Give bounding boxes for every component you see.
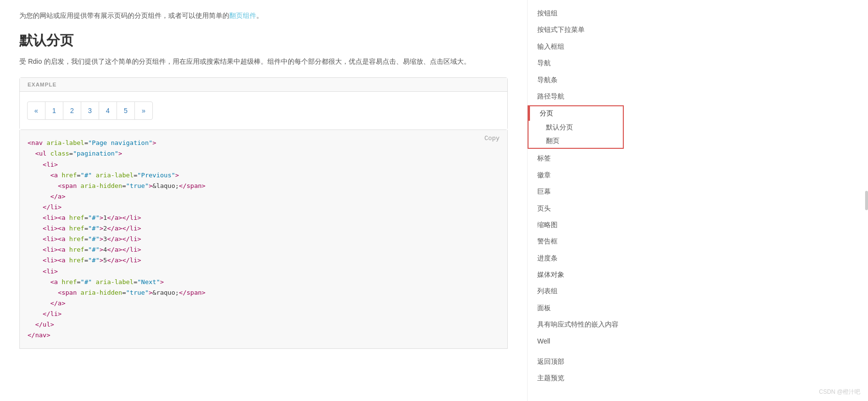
sidebar-item-theme-preview[interactable]: 主题预览 — [528, 370, 629, 386]
code-line-17: </li> — [28, 309, 500, 319]
copy-button[interactable]: Copy — [485, 135, 500, 142]
code-line-7: </li> — [28, 202, 500, 213]
sidebar-group-pagination: 分页 默认分页 翻页 — [528, 105, 624, 149]
sidebar-sub-item-default-pagination[interactable]: 默认分页 — [529, 121, 623, 134]
code-line-3: <li> — [28, 159, 500, 170]
sidebar-item-badges[interactable]: 徽章 — [528, 167, 629, 183]
pagination-page-3-link[interactable]: 3 — [81, 101, 99, 120]
sidebar-item-button-group[interactable]: 按钮组 — [528, 5, 629, 21]
sidebar-sub-item-pager[interactable]: 翻页 — [529, 134, 623, 148]
section-description: 受 Rdio 的启发，我们提供了这个简单的分页组件，用在应用或搜索结果中超级棒。… — [19, 56, 508, 68]
section-title: 默认分页 — [19, 31, 508, 50]
sidebar-item-well[interactable]: Well — [528, 333, 629, 349]
sidebar-divider — [528, 349, 629, 353]
pagination-page-1-link[interactable]: 1 — [45, 101, 63, 120]
sidebar-item-responsive-embed[interactable]: 具有响应式特性的嵌入内容 — [528, 316, 629, 332]
code-content: <nav aria-label="Page navigation"> <ul c… — [28, 138, 500, 341]
pagination-next[interactable]: » — [135, 101, 153, 120]
code-line-13: <li> — [28, 266, 500, 277]
pagination-prev-link[interactable]: « — [27, 101, 45, 120]
pagination-next-link[interactable]: » — [134, 101, 153, 120]
code-line-2: <ul class="pagination"> — [28, 148, 500, 159]
example-demo: « 1 2 3 4 5 » — [20, 92, 507, 129]
pagination-page-1[interactable]: 1 — [45, 101, 63, 120]
code-line-15: <span aria-hidden="true">&raquo;</span> — [28, 287, 500, 298]
scrollbar[interactable] — [865, 191, 868, 210]
sidebar-item-page-header[interactable]: 页头 — [528, 200, 629, 216]
sidebar-item-navbar[interactable]: 导航条 — [528, 72, 629, 88]
sidebar-item-nav[interactable]: 导航 — [528, 55, 629, 71]
code-line-4: <a href="#" aria-label="Previous"> — [28, 170, 500, 181]
code-line-12: <li><a href="#">5</a></li> — [28, 255, 500, 266]
code-line-5: <span aria-hidden="true">&laquo;</span> — [28, 181, 500, 191]
sidebar-item-breadcrumb[interactable]: 路径导航 — [528, 88, 629, 104]
pagination-prev[interactable]: « — [28, 101, 45, 120]
pagination-page-2[interactable]: 2 — [63, 101, 81, 120]
sidebar-item-back-to-top[interactable]: 返回顶部 — [528, 353, 629, 370]
sidebar-item-jumbotron[interactable]: 巨幕 — [528, 183, 629, 200]
code-line-10: <li><a href="#">3</a></li> — [28, 234, 500, 244]
pagination-page-4-link[interactable]: 4 — [99, 101, 117, 120]
sidebar-item-button-dropdown[interactable]: 按钮式下拉菜单 — [528, 21, 629, 38]
code-line-9: <li><a href="#">2</a></li> — [28, 223, 500, 234]
example-box: EXAMPLE « 1 2 3 4 5 — [19, 77, 508, 130]
sidebar-item-panels[interactable]: 面板 — [528, 300, 629, 316]
code-block: Copy <nav aria-label="Page navigation"> … — [19, 130, 508, 349]
pagination-page-4[interactable]: 4 — [99, 101, 117, 120]
code-line-1: <nav aria-label="Page navigation"> — [28, 138, 500, 148]
sidebar-item-list-group[interactable]: 列表组 — [528, 283, 629, 299]
code-line-14: <a href="#" aria-label="Next"> — [28, 277, 500, 287]
code-line-16: </a> — [28, 298, 500, 309]
pagination-page-3[interactable]: 3 — [81, 101, 99, 120]
sidebar-item-progress-bars[interactable]: 进度条 — [528, 250, 629, 266]
intro-text-after: 。 — [256, 12, 263, 19]
example-label: EXAMPLE — [20, 78, 507, 92]
pagination-component: « 1 2 3 4 5 » — [28, 101, 500, 120]
sidebar-item-media-object[interactable]: 媒体对象 — [528, 266, 629, 283]
code-line-18: </ul> — [28, 319, 500, 330]
intro-text-before: 为您的网站或应用提供带有展示页码的分页组件，或者可以使用简单的 — [19, 12, 229, 19]
code-line-19: </nav> — [28, 330, 500, 341]
pagination-page-5[interactable]: 5 — [117, 101, 135, 120]
code-line-8: <li><a href="#">1</a></li> — [28, 213, 500, 223]
sidebar: 按钮组 按钮式下拉菜单 输入框组 导航 导航条 路径导航 分页 默认分页 翻页 … — [527, 0, 629, 401]
pagination-page-2-link[interactable]: 2 — [63, 101, 81, 120]
sidebar-item-input-group[interactable]: 输入框组 — [528, 38, 629, 55]
intro-paragraph: 为您的网站或应用提供带有展示页码的分页组件，或者可以使用简单的翻页组件。 — [19, 10, 508, 22]
sidebar-group-pagination-header[interactable]: 分页 — [529, 106, 623, 121]
code-line-11: <li><a href="#">4</a></li> — [28, 244, 500, 255]
flip-pagination-link[interactable]: 翻页组件 — [229, 12, 256, 19]
sidebar-item-alerts[interactable]: 警告框 — [528, 233, 629, 249]
main-content: 为您的网站或应用提供带有展示页码的分页组件，或者可以使用简单的翻页组件。 默认分… — [0, 0, 527, 401]
sidebar-item-labels[interactable]: 标签 — [528, 150, 629, 166]
pagination-page-5-link[interactable]: 5 — [117, 101, 135, 120]
footer-text: CSDN @橙汁吧 — [819, 388, 860, 396]
code-line-6: </a> — [28, 191, 500, 202]
sidebar-item-thumbnails[interactable]: 缩略图 — [528, 216, 629, 233]
